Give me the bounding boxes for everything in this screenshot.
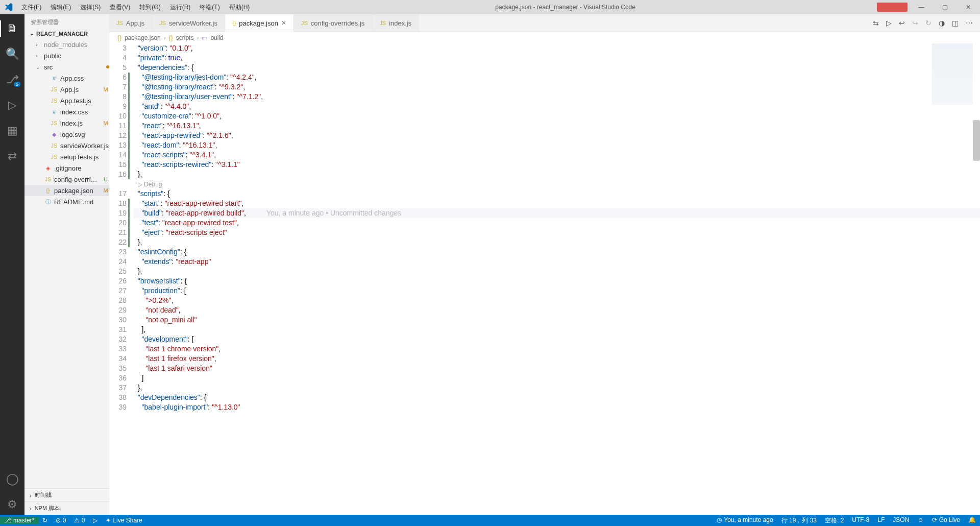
- editor-tab[interactable]: JSApp.js: [109, 14, 152, 32]
- code-line[interactable]: "devDependencies": {: [134, 393, 980, 402]
- close-button[interactable]: ✕: [957, 4, 980, 11]
- editor-tab[interactable]: JSconfig-overrides.js: [294, 14, 372, 32]
- cursor-position[interactable]: 行 19，列 33: [777, 516, 821, 525]
- code-line[interactable]: "react": "^16.13.1",: [134, 121, 980, 131]
- menu-item[interactable]: 编辑(E): [46, 1, 75, 14]
- file-item[interactable]: JSsetupTests.js: [24, 151, 109, 162]
- code-lines[interactable]: "version": "0.1.0", "private": true, "de…: [134, 43, 980, 515]
- code-line[interactable]: "private": true,: [134, 53, 980, 63]
- folder-item[interactable]: ›public: [24, 50, 109, 61]
- sync-button[interactable]: ↻: [38, 517, 52, 524]
- menu-item[interactable]: 转到(G): [135, 1, 164, 14]
- search-icon[interactable]: 🔍: [0, 44, 24, 64]
- code-lens[interactable]: ▷ Debug: [134, 179, 980, 189]
- go-back-icon[interactable]: ↩: [899, 19, 905, 27]
- file-item[interactable]: {}package.jsonM: [24, 185, 109, 196]
- folder-item[interactable]: ⌄src: [24, 61, 109, 73]
- run-icon[interactable]: ▷: [886, 19, 892, 27]
- gitlens-blame[interactable]: ◷ You, a minute ago: [713, 516, 777, 523]
- warnings-count[interactable]: ⚠ 0: [70, 517, 89, 524]
- go-live[interactable]: ⟳ Go Live: [928, 516, 964, 523]
- preview-icon[interactable]: ◑: [939, 19, 945, 27]
- code-line[interactable]: "react-scripts-rewired": "^3.1.1": [134, 160, 980, 170]
- breadcrumbs[interactable]: {} package.json › {} scripts › ▭ build: [109, 32, 980, 43]
- code-line[interactable]: "last 1 safari version": [134, 364, 980, 373]
- editor-tab[interactable]: {}package.json✕: [225, 14, 294, 32]
- code-line[interactable]: "not op_mini all": [134, 315, 980, 325]
- folder-item[interactable]: ›node_modules: [24, 39, 109, 50]
- live-share[interactable]: ✦ Live Share: [102, 517, 146, 524]
- file-item[interactable]: #App.css: [24, 73, 109, 84]
- menu-item[interactable]: 查看(V): [106, 1, 134, 14]
- code-line[interactable]: "react-scripts": "^3.4.1",: [134, 150, 980, 160]
- code-line[interactable]: },: [134, 267, 980, 276]
- code-line[interactable]: "customize-cra": "^1.0.0",: [134, 111, 980, 121]
- source-control-icon[interactable]: ⎇5: [0, 69, 24, 90]
- file-item[interactable]: JSApp.jsM: [24, 84, 109, 95]
- errors-count[interactable]: ⊘ 0: [52, 517, 70, 524]
- indentation[interactable]: 空格: 2: [821, 516, 848, 525]
- code-line[interactable]: "not dead",: [134, 305, 980, 315]
- code-line[interactable]: "@testing-library/jest-dom": "^4.2.4",: [134, 73, 980, 82]
- code-line[interactable]: },: [134, 383, 980, 393]
- settings-gear-icon[interactable]: ⚙: [0, 494, 24, 515]
- file-item[interactable]: JSApp.test.js: [24, 95, 109, 106]
- code-line[interactable]: "dependencies": {: [134, 63, 980, 73]
- code-line[interactable]: "last 1 firefox version",: [134, 354, 980, 364]
- code-line[interactable]: "extends": "react-app": [134, 257, 980, 267]
- more-actions-icon[interactable]: ⋯: [966, 19, 973, 27]
- menu-item[interactable]: 帮助(H): [225, 1, 254, 14]
- editor-tab[interactable]: JSindex.js: [372, 14, 419, 32]
- code-line[interactable]: "react-app-rewired": "^2.1.6",: [134, 131, 980, 140]
- code-line[interactable]: ]: [134, 373, 980, 383]
- code-line[interactable]: "babel-plugin-import": "^1.13.0": [134, 402, 980, 412]
- project-header[interactable]: ⌄REACT_MANAGER: [24, 28, 109, 39]
- file-item[interactable]: #index.css: [24, 106, 109, 117]
- encoding[interactable]: UTF-8: [848, 516, 873, 523]
- npm-scripts-panel[interactable]: ›NPM 脚本: [24, 501, 109, 515]
- maximize-button[interactable]: ▢: [933, 4, 957, 11]
- menu-item[interactable]: 文件(F): [17, 1, 45, 14]
- code-line[interactable]: },: [134, 237, 980, 247]
- compare-icon[interactable]: ⇆: [873, 19, 879, 27]
- extensions-icon[interactable]: ▦: [0, 121, 24, 141]
- close-tab-icon[interactable]: ✕: [281, 19, 286, 27]
- code-line[interactable]: "browserslist": {: [134, 276, 980, 286]
- timeline-panel[interactable]: ›时间线: [24, 488, 109, 501]
- feedback-icon[interactable]: ☺: [913, 516, 927, 523]
- code-line[interactable]: },: [134, 170, 980, 179]
- accounts-icon[interactable]: ◯: [0, 469, 24, 489]
- go-forward-icon[interactable]: ↪: [912, 19, 918, 27]
- code-line[interactable]: "react-dom": "^16.13.1",: [134, 140, 980, 150]
- last-edit-icon[interactable]: ↻: [925, 19, 932, 27]
- code-line[interactable]: "development": [: [134, 334, 980, 344]
- code-line[interactable]: "eject": "react-scripts eject": [134, 228, 980, 237]
- menu-item[interactable]: 运行(R): [166, 1, 195, 14]
- split-editor-icon[interactable]: ◫: [952, 19, 959, 27]
- minimize-button[interactable]: —: [910, 4, 933, 11]
- code-line[interactable]: "@testing-library/react": "^9.3.2",: [134, 82, 980, 92]
- code-line[interactable]: "scripts": {: [134, 189, 980, 199]
- code-line[interactable]: "test": "react-app-rewired test",: [134, 218, 980, 228]
- code-line[interactable]: "@testing-library/user-event": "^7.1.2",: [134, 92, 980, 102]
- eol[interactable]: LF: [873, 516, 889, 523]
- minimap[interactable]: [932, 43, 973, 105]
- code-line[interactable]: "eslintConfig": {: [134, 247, 980, 257]
- file-item[interactable]: ◈.gitignore: [24, 162, 109, 174]
- remote-icon[interactable]: ⇄: [0, 146, 24, 166]
- code-line[interactable]: "start": "react-app-rewired start",: [134, 199, 980, 208]
- notifications-bell-icon[interactable]: 🔔: [964, 516, 980, 523]
- code-line[interactable]: ],: [134, 325, 980, 334]
- explorer-icon[interactable]: 🗎: [0, 18, 24, 39]
- code-line[interactable]: "antd": "^4.4.0",: [134, 102, 980, 111]
- code-line[interactable]: "version": "0.1.0",: [134, 43, 980, 53]
- file-item[interactable]: JSconfig-overrides.jsU: [24, 174, 109, 185]
- file-item[interactable]: JSindex.jsM: [24, 117, 109, 129]
- git-branch[interactable]: ⎇ master*: [0, 517, 38, 524]
- editor-tab[interactable]: JSserviceWorker.js: [152, 14, 225, 32]
- run-debug-icon[interactable]: ▷: [0, 95, 24, 115]
- menu-item[interactable]: 终端(T): [195, 1, 224, 14]
- scrollbar[interactable]: [973, 120, 980, 161]
- file-item[interactable]: ◆logo.svg: [24, 129, 109, 140]
- debug-start[interactable]: ▷: [89, 517, 102, 524]
